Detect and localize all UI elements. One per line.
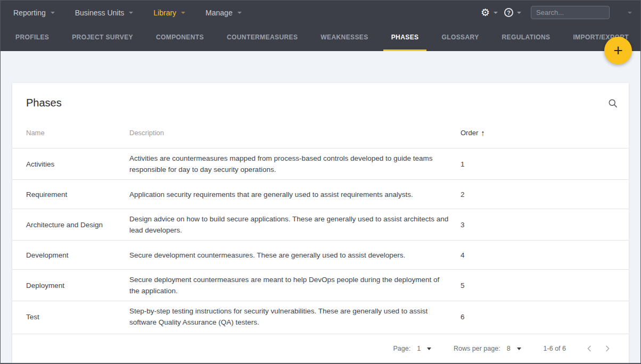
- next-page-button[interactable]: [601, 342, 614, 355]
- plus-icon: +: [613, 43, 623, 59]
- pagination-range: 1-6 of 6: [544, 345, 566, 352]
- help-icon: ?: [504, 8, 513, 17]
- tab-regulations[interactable]: REGULATIONS: [494, 24, 558, 51]
- rows-per-page-value: 8: [507, 345, 511, 352]
- top-menu-bar: Reporting Business Units Library Manage …: [1, 1, 640, 24]
- pagination-nav: [583, 342, 614, 355]
- sort-ascending-icon: ↑: [481, 128, 485, 137]
- phase-description-cell: Application security requirements that a…: [129, 189, 461, 200]
- phase-order-cell: 6: [461, 313, 618, 321]
- chevron-down-icon: [129, 12, 133, 14]
- global-search-input[interactable]: [536, 9, 604, 16]
- page-select[interactable]: Page: 1: [393, 345, 431, 352]
- chevron-down-icon: [494, 12, 498, 14]
- previous-page-button[interactable]: [583, 342, 596, 355]
- tab-glossary-label: GLOSSARY: [441, 34, 479, 41]
- phase-description-cell: Activities are countermeasures mapped fr…: [129, 153, 461, 175]
- table-header-row: Name Description Order ↑: [12, 118, 629, 148]
- library-tab-bar: PROFILES PROJECT SURVEY COMPONENTS COUNT…: [1, 24, 640, 51]
- menu-business-units[interactable]: Business Units: [75, 9, 134, 17]
- menu-manage-label: Manage: [206, 9, 233, 17]
- tab-components-label: COMPONENTS: [156, 34, 204, 41]
- table-row[interactable]: Test Step-by-step testing instructions f…: [12, 301, 629, 332]
- settings-menu[interactable]: ⚙: [481, 7, 498, 18]
- tab-profiles-label: PROFILES: [15, 34, 49, 41]
- app-window: Reporting Business Units Library Manage …: [0, 0, 641, 364]
- phase-name-cell: Activities: [26, 160, 129, 168]
- tab-project-survey[interactable]: PROJECT SURVEY: [64, 24, 141, 51]
- column-header-order-label: Order: [461, 129, 478, 137]
- table-row[interactable]: Activities Activities are countermeasure…: [12, 148, 629, 179]
- topbar-right-controls: ⚙ ?: [481, 6, 632, 19]
- phase-order-cell: 2: [461, 191, 618, 198]
- table-row[interactable]: Development Secure development counterme…: [12, 240, 629, 269]
- column-header-name[interactable]: Name: [26, 129, 129, 137]
- add-phase-button[interactable]: +: [604, 37, 632, 64]
- tab-countermeasures-label: COUNTERMEASURES: [227, 34, 298, 41]
- gear-icon: ⚙: [481, 7, 490, 18]
- rows-per-page-select[interactable]: Rows per page: 8: [454, 345, 521, 352]
- tab-weaknesses[interactable]: WEAKNESSES: [313, 24, 376, 51]
- phase-order-cell: 3: [461, 221, 618, 229]
- tab-phases-label: PHASES: [391, 34, 419, 41]
- global-search-box: [531, 6, 610, 19]
- table-row[interactable]: Requirement Application security require…: [12, 179, 629, 209]
- phase-name-cell: Deployment: [26, 282, 129, 289]
- page-title: Phases: [26, 97, 62, 109]
- table-row[interactable]: Architecture and Design Design advice on…: [12, 209, 629, 240]
- menu-library[interactable]: Library: [153, 9, 185, 17]
- menu-reporting[interactable]: Reporting: [13, 9, 55, 17]
- page-value: 1: [417, 345, 421, 352]
- tab-countermeasures[interactable]: COUNTERMEASURES: [219, 24, 306, 51]
- chevron-left-icon: [585, 344, 594, 353]
- table-pagination: Page: 1 Rows per page: 8 1-6 of 6: [12, 334, 629, 363]
- menu-business-units-label: Business Units: [75, 9, 125, 17]
- phase-name-cell: Architecture and Design: [26, 221, 129, 229]
- tab-weaknesses-label: WEAKNESSES: [320, 34, 368, 41]
- phase-order-cell: 4: [461, 251, 618, 259]
- chevron-right-icon: [603, 344, 612, 353]
- tab-components[interactable]: COMPONENTS: [148, 24, 212, 51]
- phase-name-cell: Test: [26, 313, 129, 321]
- tab-glossary[interactable]: GLOSSARY: [433, 24, 487, 51]
- menu-library-label: Library: [153, 9, 176, 17]
- card-header: Phases: [12, 83, 629, 118]
- dropdown-caret-icon: [517, 348, 521, 350]
- chevron-down-icon: [181, 12, 185, 14]
- menu-manage[interactable]: Manage: [206, 9, 242, 17]
- page-label: Page:: [393, 345, 410, 352]
- account-menu-caret[interactable]: [628, 12, 632, 14]
- phase-order-cell: 1: [461, 160, 618, 168]
- tab-regulations-label: REGULATIONS: [502, 34, 550, 41]
- dropdown-caret-icon: [427, 348, 431, 350]
- tab-phases[interactable]: PHASES: [383, 24, 427, 51]
- tab-project-survey-label: PROJECT SURVEY: [72, 34, 133, 41]
- chevron-down-icon: [51, 12, 55, 14]
- help-menu[interactable]: ?: [504, 8, 521, 17]
- phase-name-cell: Development: [26, 251, 129, 259]
- table-search-icon[interactable]: [607, 98, 618, 109]
- column-header-order[interactable]: Order ↑: [461, 128, 618, 137]
- main-menus: Reporting Business Units Library Manage: [13, 9, 242, 17]
- chevron-down-icon: [517, 12, 521, 14]
- chevron-down-icon: [237, 12, 242, 14]
- phase-order-cell: 5: [461, 282, 618, 289]
- tab-profiles[interactable]: PROFILES: [7, 24, 57, 51]
- phase-description-cell: Step-by-step testing instructions for se…: [129, 305, 461, 328]
- phase-description-cell: Secure deployment countermeasures are me…: [129, 274, 461, 296]
- phase-name-cell: Requirement: [26, 191, 129, 198]
- column-header-description[interactable]: Description: [129, 129, 461, 137]
- menu-reporting-label: Reporting: [13, 9, 46, 17]
- table-row[interactable]: Deployment Secure deployment countermeas…: [12, 269, 629, 301]
- phase-description-cell: Design advice on how to build secure app…: [129, 213, 461, 236]
- rows-per-page-label: Rows per page:: [454, 345, 500, 352]
- phases-card: Phases Name Description Order ↑ Activiti…: [12, 83, 629, 363]
- phase-description-cell: Secure development countermeasures. Thes…: [129, 250, 461, 261]
